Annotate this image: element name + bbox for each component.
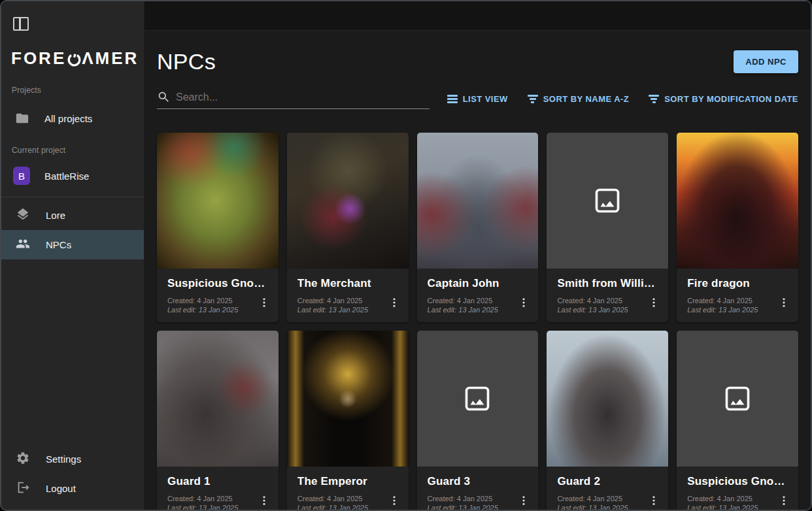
npc-card-menu-button[interactable] — [646, 491, 662, 510]
gear-icon — [16, 451, 30, 467]
npc-card[interactable]: Guard 1 Created: 4 Jan 2025 Last edit: 1… — [157, 331, 279, 510]
npc-card-menu-button[interactable] — [516, 491, 532, 510]
npc-card-body: Guard 2 Created: 4 Jan 2025 Last edit: 1… — [547, 467, 668, 510]
npc-card-body: The Merchant Created: 4 Jan 2025 Last ed… — [287, 269, 409, 322]
sidebar-item-current-project[interactable]: B BattleRise — [1, 160, 144, 191]
sort-by-name-label: SORT BY NAME A-Z — [543, 94, 629, 104]
layers-icon — [16, 207, 30, 223]
npc-card[interactable]: The Emperor Created: 4 Jan 2025 Last edi… — [287, 331, 409, 510]
npc-card[interactable]: The Merchant Created: 4 Jan 2025 Last ed… — [287, 133, 409, 322]
sidebar-item-label: NPCs — [46, 239, 71, 250]
npc-card-menu-button[interactable] — [776, 293, 792, 312]
npc-card-lastedit: Last edit: 13 Jan 2025 — [687, 503, 788, 510]
npc-card-body: Guard 1 Created: 4 Jan 2025 Last edit: 1… — [157, 467, 279, 510]
logo-text-post: ΛMER — [82, 48, 139, 69]
search-input[interactable] — [176, 91, 430, 103]
npc-card[interactable]: Suspicious Gnome Created: 4 Jan 2025 Las… — [677, 331, 798, 510]
npc-card-image — [157, 331, 279, 467]
npc-card-lastedit: Last edit: 13 Jan 2025 — [428, 305, 528, 314]
sort-by-modification-button[interactable]: SORT BY MODIFICATION DATE — [649, 94, 798, 104]
npc-card-menu-button[interactable] — [386, 491, 402, 510]
collapse-sidebar-button[interactable] — [13, 17, 31, 34]
image-placeholder-icon — [593, 186, 622, 215]
npc-card-title: Guard 2 — [557, 475, 658, 488]
npc-card-title: The Merchant — [297, 277, 398, 290]
sidebar-item-settings[interactable]: Settings — [1, 444, 144, 474]
npc-card-menu-button[interactable] — [256, 491, 272, 510]
kebab-icon — [388, 297, 400, 308]
npc-card-created: Created: 4 Jan 2025 — [428, 296, 528, 305]
npc-card-menu-button[interactable] — [386, 293, 402, 312]
list-view-label: LIST VIEW — [463, 94, 508, 104]
kebab-icon — [258, 297, 270, 308]
npc-card[interactable]: Captain John Created: 4 Jan 2025 Last ed… — [417, 133, 539, 322]
add-npc-button[interactable]: ADD NPC — [734, 50, 798, 73]
npc-card-body: Captain John Created: 4 Jan 2025 Last ed… — [417, 269, 539, 322]
npc-card-meta: Created: 4 Jan 2025 Last edit: 13 Jan 20… — [687, 296, 788, 314]
filter-icon — [649, 95, 659, 103]
npc-card-lastedit: Last edit: 13 Jan 2025 — [557, 503, 658, 510]
npc-card-title: Captain John — [428, 277, 528, 290]
sidebar-bottom-group: Settings Logout — [1, 444, 144, 510]
content-area: NPCs ADD NPC LIST VIEW — [144, 31, 811, 510]
npc-card-title: Smith from Willia… — [557, 277, 658, 290]
kebab-icon — [518, 495, 530, 506]
kebab-icon — [778, 297, 790, 308]
kebab-icon — [778, 495, 790, 506]
npc-card[interactable]: Smith from Willia… Created: 4 Jan 2025 L… — [547, 133, 668, 322]
npc-card-image — [677, 133, 798, 269]
kebab-icon — [648, 297, 660, 308]
npc-card-meta: Created: 4 Jan 2025 Last edit: 13 Jan 20… — [297, 494, 398, 510]
npc-card-lastedit: Last edit: 13 Jan 2025 — [297, 305, 398, 314]
app-window: FORE ΛMER Projects All projects Current … — [0, 0, 812, 511]
npc-card-body: Fire dragon Created: 4 Jan 2025 Last edi… — [677, 269, 798, 322]
npc-card-created: Created: 4 Jan 2025 — [428, 494, 528, 503]
npc-card-menu-button[interactable] — [776, 491, 792, 510]
npc-card-meta: Created: 4 Jan 2025 Last edit: 13 Jan 20… — [557, 494, 658, 510]
sidebar-item-npcs[interactable]: NPCs — [1, 230, 144, 259]
npc-card-lastedit: Last edit: 13 Jan 2025 — [557, 305, 658, 314]
npc-card[interactable]: Suspicious Gnome Created: 4 Jan 2025 Las… — [157, 133, 279, 322]
logout-icon — [16, 480, 30, 497]
project-avatar-initial: B — [13, 167, 30, 185]
sidebar-item-all-projects[interactable]: All projects — [1, 103, 144, 134]
npc-card-menu-button[interactable] — [256, 293, 272, 312]
npc-card-lastedit: Last edit: 13 Jan 2025 — [297, 503, 398, 510]
npc-card-image — [287, 133, 409, 269]
current-project-label: Current project — [12, 146, 144, 155]
npc-card-menu-button[interactable] — [516, 293, 532, 312]
npc-card-lastedit: Last edit: 13 Jan 2025 — [687, 305, 788, 314]
npc-card[interactable]: Guard 3 Created: 4 Jan 2025 Last edit: 1… — [417, 331, 539, 510]
list-view-button[interactable]: LIST VIEW — [447, 94, 508, 104]
npc-card-menu-button[interactable] — [646, 293, 662, 312]
search-field[interactable] — [157, 90, 430, 109]
main-area: NPCs ADD NPC LIST VIEW — [144, 1, 811, 510]
logout-label: Logout — [46, 483, 76, 494]
npc-card-meta: Created: 4 Jan 2025 Last edit: 13 Jan 20… — [557, 296, 658, 314]
kebab-icon — [648, 495, 660, 506]
sort-by-name-button[interactable]: SORT BY NAME A-Z — [528, 94, 629, 104]
projects-section-label: Projects — [12, 86, 144, 95]
page-header: NPCs ADD NPC — [157, 49, 798, 74]
image-placeholder-icon — [723, 384, 752, 413]
logo-g-icon — [66, 51, 82, 67]
folder-icon — [14, 110, 30, 126]
npc-card-image — [417, 133, 539, 269]
npc-card[interactable]: Guard 2 Created: 4 Jan 2025 Last edit: 1… — [547, 331, 668, 510]
npc-card-title: Suspicious Gnome — [687, 475, 788, 488]
npc-card-lastedit: Last edit: 13 Jan 2025 — [167, 503, 268, 510]
npc-card-meta: Created: 4 Jan 2025 Last edit: 13 Jan 20… — [428, 296, 528, 314]
npc-card-image — [547, 133, 668, 269]
people-icon — [16, 237, 30, 253]
sidebar-item-logout[interactable]: Logout — [1, 474, 144, 503]
sidebar-item-lore[interactable]: Lore — [1, 201, 144, 230]
npc-card-body: Suspicious Gnome Created: 4 Jan 2025 Las… — [157, 269, 279, 322]
npc-card-body: Smith from Willia… Created: 4 Jan 2025 L… — [547, 269, 668, 322]
list-view-icon — [447, 95, 458, 103]
npc-card-title: Guard 3 — [428, 475, 528, 488]
npc-card-created: Created: 4 Jan 2025 — [297, 296, 398, 305]
npc-card[interactable]: Fire dragon Created: 4 Jan 2025 Last edi… — [677, 133, 798, 322]
npc-card-created: Created: 4 Jan 2025 — [557, 296, 658, 305]
image-placeholder-icon — [463, 384, 492, 413]
npc-grid: Suspicious Gnome Created: 4 Jan 2025 Las… — [157, 133, 798, 510]
